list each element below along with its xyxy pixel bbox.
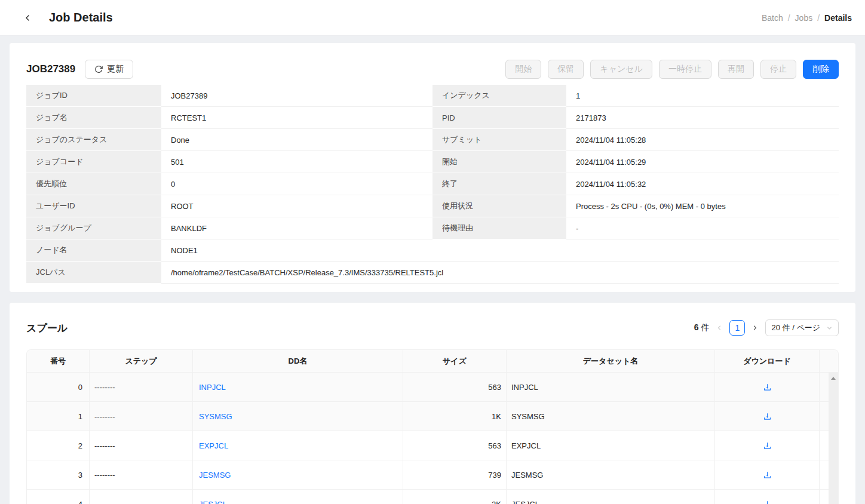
detail-label: ジョブコード — [26, 151, 161, 173]
breadcrumb-item[interactable]: Details — [824, 13, 852, 23]
pagination-next-button[interactable] — [750, 323, 760, 333]
detail-value: 2024/11/04 11:05:29 — [566, 151, 839, 173]
download-icon — [763, 441, 772, 450]
spool-download-cell — [715, 431, 820, 460]
spool-step-cell: -------- — [90, 373, 193, 401]
spool-download-cell — [715, 490, 820, 504]
spool-column-header: 番号 — [27, 350, 90, 372]
detail-value: RCTEST1 — [161, 107, 432, 129]
breadcrumb-separator: / — [788, 13, 790, 23]
spool-step-cell: -------- — [90, 490, 193, 504]
download-button[interactable] — [761, 469, 774, 481]
refresh-button[interactable]: 更新 — [85, 60, 133, 79]
download-button[interactable] — [761, 410, 774, 423]
spool-ddname-cell: EXPJCL — [193, 431, 403, 460]
dd-name-link[interactable]: INPJCL — [199, 383, 226, 392]
spool-ddname-cell: JESMSG — [193, 460, 403, 489]
spool-number-cell: 1 — [27, 402, 90, 431]
job-action-button[interactable]: 一時停止 — [659, 60, 711, 79]
spool-row: 4 -------- JESJCL 2K JESJCL — [27, 490, 838, 504]
detail-row: ノード名 NODE1 — [26, 239, 839, 262]
detail-label: ジョブ名 — [26, 107, 161, 129]
spool-ddname-cell: INPJCL — [193, 373, 403, 401]
dd-name-link[interactable]: EXPJCL — [199, 441, 228, 450]
spool-ddname-cell: SYSMSG — [193, 402, 403, 431]
dd-name-link[interactable]: SYSMSG — [199, 412, 232, 421]
spool-ddname-cell: JESJCL — [193, 490, 403, 504]
spool-dataset-cell: EXPJCL — [507, 431, 715, 460]
page-size-value: 20 件 / ページ — [771, 322, 820, 333]
pagination-prev-button[interactable] — [714, 323, 724, 333]
detail-value: 2024/11/04 11:05:28 — [566, 129, 839, 151]
reload-icon — [94, 65, 103, 73]
detail-label: ユーザーID — [26, 195, 161, 217]
detail-value: BANKLDF — [161, 217, 432, 239]
chevron-left-icon — [23, 13, 32, 23]
detail-row: ジョブ名 RCTEST1 PID 2171873 — [26, 107, 839, 129]
job-details-card: JOB27389 更新 開始 保留 キャンセル 一時停止 — [10, 43, 855, 292]
dd-name-link[interactable]: JESJCL — [199, 500, 227, 504]
job-action-button[interactable]: キャンセル — [590, 60, 652, 79]
dd-name-link[interactable]: JESMSG — [199, 471, 231, 480]
spool-row: 3 -------- JESMSG 739 JESMSG — [27, 460, 838, 490]
detail-value: 0 — [161, 173, 432, 195]
detail-label: ジョブID — [26, 85, 161, 107]
detail-value: JOB27389 — [161, 85, 432, 107]
spool-table-body: 0 -------- INPJCL 563 INPJCL — [27, 373, 838, 504]
refresh-label: 更新 — [107, 64, 124, 75]
spool-download-cell — [715, 402, 820, 431]
job-details-table: ジョブID JOB27389 インデックス 1 ジョブ名 RCTEST1 PID… — [26, 85, 839, 284]
page-title: Job Details — [49, 11, 113, 24]
vertical-scrollbar[interactable] — [829, 373, 838, 504]
download-icon — [763, 471, 772, 480]
job-id-title: JOB27389 — [26, 63, 75, 75]
breadcrumb-item[interactable]: Jobs — [795, 13, 813, 23]
spool-step-cell: -------- — [90, 460, 193, 489]
scroll-up-arrow-icon — [831, 377, 836, 380]
detail-value: NODE1 — [161, 239, 839, 262]
download-button[interactable] — [761, 440, 774, 452]
detail-value: Process - 2s CPU - (0s, 0%) MEM - 0 byte… — [566, 195, 839, 217]
detail-label: 待機理由 — [432, 217, 566, 239]
job-action-button[interactable]: 開始 — [505, 60, 541, 79]
breadcrumb-separator: / — [817, 13, 820, 23]
download-icon — [763, 383, 772, 392]
spool-row: 2 -------- EXPJCL 563 EXPJCL — [27, 431, 838, 460]
top-header: Job Details Batch / Jobs / Details — [0, 0, 865, 36]
spool-table: 番号 ステップ DD名 サイズ データセット名 ダウンロード 0 — [26, 349, 839, 504]
job-action-button[interactable]: 削除 — [803, 60, 839, 79]
pagination-page-1[interactable]: 1 — [729, 320, 745, 336]
spool-step-cell: -------- — [90, 402, 193, 431]
chevron-left-icon — [716, 324, 723, 331]
job-action-button[interactable]: 停止 — [760, 60, 796, 79]
spool-dataset-cell: JESMSG — [507, 460, 715, 489]
chevron-right-icon — [751, 324, 759, 331]
job-action-button[interactable]: 保留 — [548, 60, 584, 79]
page-size-select[interactable]: 20 件 / ページ — [765, 319, 839, 336]
spool-row: 0 -------- INPJCL 563 INPJCL — [27, 373, 838, 402]
spool-column-header: DD名 — [193, 350, 403, 372]
detail-value: /home/oframe2/TestCase/BATCH/XSP/Release… — [161, 262, 839, 284]
spool-dataset-cell: JESJCL — [507, 490, 715, 504]
detail-label: 終了 — [432, 173, 566, 195]
detail-value: 1 — [566, 85, 839, 107]
detail-value: Done — [161, 129, 432, 151]
detail-label: 開始 — [432, 151, 566, 173]
detail-label: ノード名 — [26, 239, 161, 262]
spool-row: 1 -------- SYSMSG 1K SYSMSG — [27, 402, 838, 431]
detail-label: JCLパス — [26, 262, 161, 284]
main-content: JOB27389 更新 開始 保留 キャンセル 一時停止 — [0, 36, 865, 504]
download-button[interactable] — [761, 498, 774, 504]
detail-row: ジョブグループ BANKLDF 待機理由 - — [26, 217, 839, 239]
spool-download-cell — [715, 373, 820, 401]
spool-size-cell: 1K — [403, 402, 507, 431]
back-button[interactable] — [20, 11, 35, 25]
breadcrumb-item[interactable]: Batch — [762, 13, 783, 23]
spool-table-header: 番号 ステップ DD名 サイズ データセット名 ダウンロード — [27, 350, 838, 373]
job-action-button[interactable]: 再開 — [718, 60, 754, 79]
detail-row: ジョブコード 501 開始 2024/11/04 11:05:29 — [26, 151, 839, 173]
spool-size-cell: 2K — [403, 490, 507, 504]
spool-column-header: サイズ — [403, 350, 507, 372]
spool-number-cell: 3 — [27, 460, 90, 489]
download-button[interactable] — [761, 381, 774, 394]
